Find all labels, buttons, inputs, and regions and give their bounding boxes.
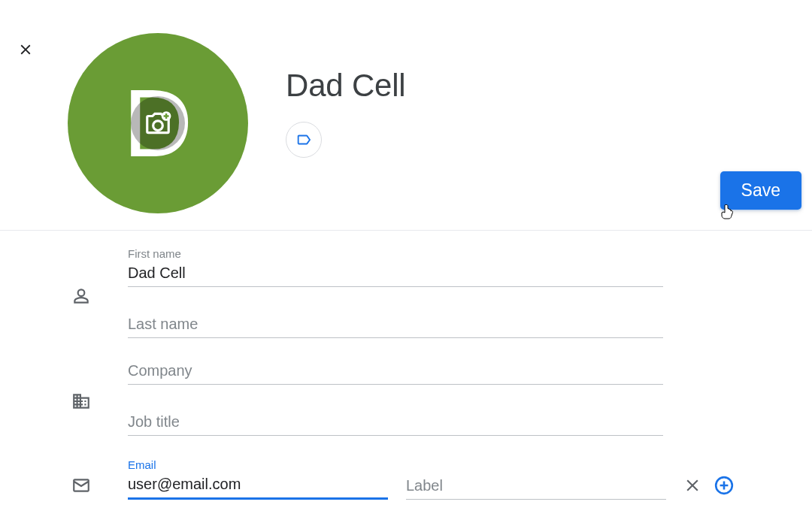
email-field: Email: [128, 457, 388, 500]
contact-avatar: D: [68, 33, 248, 213]
email-label-field: [406, 474, 666, 500]
camera-add-icon: [144, 109, 172, 138]
add-circle-icon: [714, 476, 734, 495]
email-row: Email: [68, 457, 744, 500]
edit-contact-form: First name Email: [0, 231, 812, 500]
building-icon: [71, 391, 91, 411]
mail-icon: [71, 476, 91, 495]
company-input[interactable]: [128, 359, 663, 385]
person-icon: [71, 286, 91, 306]
save-button[interactable]: Save: [720, 171, 801, 210]
last-name-field: [128, 313, 663, 338]
email-label-input[interactable]: [406, 474, 666, 500]
add-label-button[interactable]: [286, 122, 322, 158]
change-photo-button[interactable]: [131, 96, 185, 150]
job-title-input[interactable]: [128, 410, 663, 436]
job-title-field: [128, 410, 663, 436]
first-name-label: First name: [128, 246, 663, 261]
title-block: Dad Cell: [248, 33, 405, 158]
email-icon-wrapper: [68, 462, 95, 495]
email-label: Email: [128, 457, 388, 473]
first-name-field: First name: [128, 246, 663, 287]
email-input[interactable]: [128, 473, 388, 500]
first-name-input[interactable]: [128, 261, 663, 287]
clear-email-button[interactable]: [681, 474, 704, 497]
company-row: [68, 359, 744, 436]
company-field: [128, 359, 663, 385]
person-icon-wrapper: [68, 279, 95, 306]
label-icon: [295, 131, 312, 148]
clear-icon: [683, 476, 702, 495]
add-email-button[interactable]: [713, 474, 735, 497]
contact-title: Dad Cell: [286, 68, 405, 104]
name-row: First name: [68, 246, 744, 338]
last-name-input[interactable]: [128, 313, 663, 338]
company-icon-wrapper: [68, 384, 95, 411]
contact-header: D Dad Cell: [0, 0, 812, 213]
